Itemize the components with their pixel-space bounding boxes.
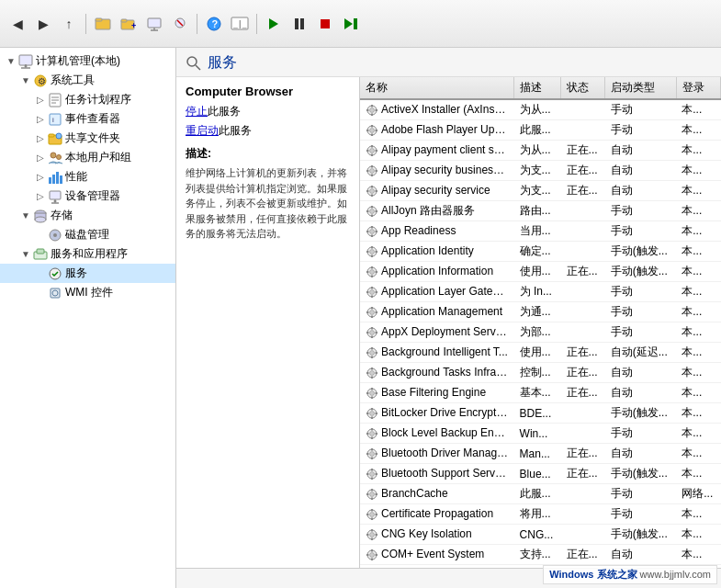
sidebar-item-tasks[interactable]: ▷ 任务计划程序 xyxy=(0,90,175,109)
console-button[interactable]: _|_ xyxy=(228,12,252,36)
sidebar-item-services[interactable]: 服务 xyxy=(0,264,175,283)
service-startup-cell: 自动 xyxy=(605,181,677,201)
svg-rect-110 xyxy=(376,271,378,273)
back-button[interactable]: ◀ xyxy=(6,12,29,36)
table-row[interactable]: Bluetooth Driver Manage...Man...正在...自动本… xyxy=(360,444,721,464)
table-row[interactable]: Alipay security service为支...正在...自动本... xyxy=(360,181,721,201)
table-row[interactable]: AllJoyn 路由器服务路由...手动本... xyxy=(360,201,721,221)
sidebar-item-disk-mgr[interactable]: 磁盘管理 xyxy=(0,225,175,244)
table-row[interactable]: COM+ Event System支持...正在...自动本... xyxy=(360,545,721,565)
table-row[interactable]: Background Intelligent T...使用...正在...自动(… xyxy=(360,343,721,363)
svg-rect-139 xyxy=(366,372,369,374)
help-button[interactable]: ? xyxy=(202,12,226,36)
svg-rect-84 xyxy=(371,194,373,197)
svg-rect-192 xyxy=(371,558,373,560)
table-row[interactable]: AppX Deployment Servic...为部...手动本... xyxy=(360,322,721,343)
service-login-cell: 本... xyxy=(676,242,720,262)
col-name[interactable]: 名称 xyxy=(360,77,514,99)
svg-rect-90 xyxy=(371,214,373,217)
service-login-cell: 本... xyxy=(676,141,720,161)
services-table-wrapper[interactable]: 名称 描述 状态 启动类型 登录 ActiveX Installer (AxIn… xyxy=(360,77,721,568)
gear-icon xyxy=(366,245,378,258)
service-startup-cell: 手动(触发... xyxy=(605,464,677,484)
table-row[interactable]: BranchCache此服...手动网络... xyxy=(360,484,721,504)
col-login[interactable]: 登录 xyxy=(676,77,720,99)
service-status-cell: 正在... xyxy=(561,363,605,383)
col-status[interactable]: 状态 xyxy=(561,77,605,99)
service-startup-cell: 手动(触发... xyxy=(605,525,677,545)
table-row[interactable]: Application Information使用...正在...手动(触发..… xyxy=(360,262,721,282)
svg-rect-60 xyxy=(371,113,373,116)
gear-icon xyxy=(366,548,378,561)
table-row[interactable]: CNG Key IsolationCNG...手动(触发...本... xyxy=(360,525,721,545)
up-button[interactable]: ↑ xyxy=(57,12,81,36)
svg-point-36 xyxy=(57,154,62,159)
svg-rect-92 xyxy=(376,210,378,212)
table-row[interactable]: ActiveX Installer (AxInstSV)为从...手动本... xyxy=(360,99,721,120)
gear-icon xyxy=(366,488,378,501)
gear-icon xyxy=(366,407,378,420)
forward-button[interactable]: ▶ xyxy=(31,12,55,36)
separator1 xyxy=(85,14,86,34)
sidebar-item-local-users[interactable]: ▷ 本地用户和组 xyxy=(0,148,175,167)
step-button[interactable] xyxy=(339,12,363,36)
table-row[interactable]: Alipay security business s...为支...正在...自… xyxy=(360,161,721,181)
col-desc[interactable]: 描述 xyxy=(514,77,561,99)
disconnect-button[interactable] xyxy=(168,12,192,36)
sidebar-item-svc-apps[interactable]: ▼ 服务和应用程序 xyxy=(0,244,175,264)
stop-button[interactable] xyxy=(313,12,337,36)
service-startup-cell: 手动 xyxy=(605,221,677,242)
svg-point-130 xyxy=(370,350,375,355)
table-row[interactable]: Background Tasks Infras...控制...正在...自动本.… xyxy=(360,363,721,383)
table-row[interactable]: Bluetooth Support ServiceBlue...正在...手动(… xyxy=(360,464,721,484)
sidebar-item-storage[interactable]: ▼ 存储 xyxy=(0,206,175,225)
table-row[interactable]: Application Management为通...手动本... xyxy=(360,302,721,322)
svg-rect-115 xyxy=(366,291,369,293)
table-row[interactable]: Certificate Propagation将用...手动本... xyxy=(360,504,721,525)
pause-button[interactable] xyxy=(287,12,311,36)
restart-service-link[interactable]: 重启动 xyxy=(186,124,219,137)
sidebar-item-root[interactable]: ▼ 计算机管理(本地) xyxy=(0,51,175,71)
sidebar-item-event-viewer[interactable]: ▷ i 事件查看器 xyxy=(0,109,175,129)
svg-rect-40 xyxy=(60,175,62,184)
sidebar-item-shared-folders[interactable]: ▷ 共享文件夹 xyxy=(0,129,175,148)
table-row[interactable]: Block Level Backup Engi...Win...手动本... xyxy=(360,424,721,444)
connect-button[interactable] xyxy=(142,12,166,36)
service-login-cell: 本... xyxy=(676,383,720,403)
service-status-cell: 正在... xyxy=(561,464,605,484)
table-row[interactable]: Application Identity确定...手动(触发...本... xyxy=(360,242,721,262)
service-status-cell xyxy=(561,242,605,262)
table-row[interactable]: Alipay payment client ser...为从...正在...自动… xyxy=(360,141,721,161)
service-startup-cell: 手动 xyxy=(605,484,677,504)
gear-icon xyxy=(366,164,378,177)
service-startup-cell: 手动 xyxy=(605,322,677,343)
sidebar-item-sys-tools[interactable]: ▼ ⚙ 系统工具 xyxy=(0,71,175,90)
play-button[interactable] xyxy=(262,12,286,36)
sidebar-item-perf[interactable]: ▷ 性能 xyxy=(0,167,175,187)
expand-arrow: ▷ xyxy=(33,153,48,163)
svg-rect-170 xyxy=(376,473,378,475)
svg-rect-61 xyxy=(366,109,369,111)
table-header-row: 名称 描述 状态 启动类型 登录 xyxy=(360,77,721,99)
table-row[interactable]: Application Layer Gatewa...为 In...手动本... xyxy=(360,282,721,302)
stop-service-link[interactable]: 停止 xyxy=(186,105,208,118)
col-startup[interactable]: 启动类型 xyxy=(605,77,677,99)
sidebar-svcapps-label: 服务和应用程序 xyxy=(51,246,128,262)
table-row[interactable]: App Readiness当用...手动本... xyxy=(360,221,721,242)
service-login-cell: 本... xyxy=(676,120,720,141)
svg-rect-86 xyxy=(376,190,378,192)
table-row[interactable]: Base Filtering Engine基本...正在...自动本... xyxy=(360,383,721,403)
svg-marker-14 xyxy=(269,18,278,29)
table-row[interactable]: BitLocker Drive Encryptio...BDE...手动(触发.… xyxy=(360,403,721,424)
table-row[interactable]: Adobe Flash Player Upda...此服...手动本... xyxy=(360,120,721,141)
sidebar-item-wmi[interactable]: WMI 控件 xyxy=(0,283,175,302)
sidebar-event-label: 事件查看器 xyxy=(65,111,120,127)
service-name-cell: ActiveX Installer (AxInstSV) xyxy=(360,99,514,120)
service-login-cell: 本... xyxy=(676,464,720,484)
new-folder-button[interactable]: + xyxy=(117,12,141,36)
svg-rect-17 xyxy=(321,19,330,28)
sidebar-item-device-mgr[interactable]: ▷ 设备管理器 xyxy=(0,187,175,206)
svg-rect-188 xyxy=(376,534,378,536)
svg-rect-145 xyxy=(366,392,369,394)
folder-button[interactable] xyxy=(91,12,115,36)
